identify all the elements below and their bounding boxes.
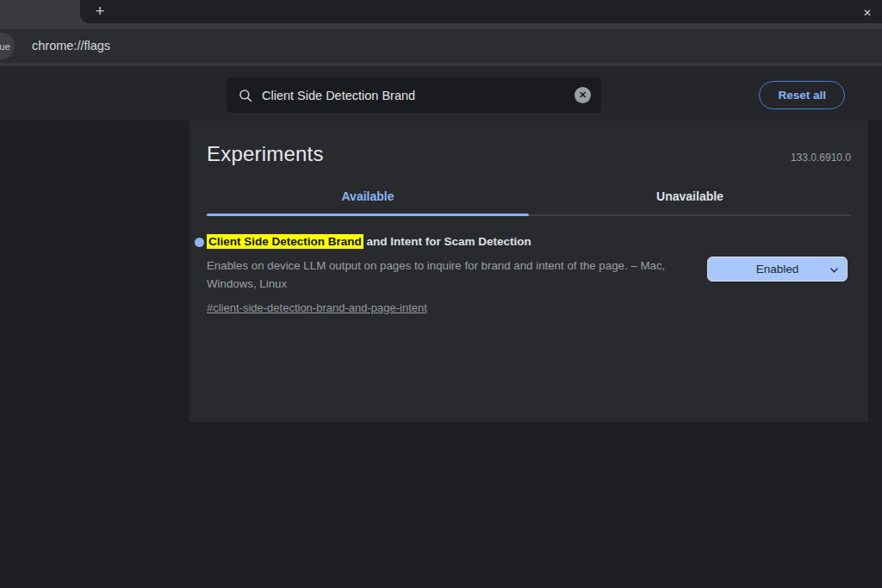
active-tab[interactable] xyxy=(0,0,80,29)
clear-search-icon[interactable]: ✕ xyxy=(575,87,591,103)
tab-strip: ✕ + xyxy=(0,0,882,29)
flag-title-rest: and Intent for Scam Detection xyxy=(363,235,531,248)
site-badge[interactable]: ue xyxy=(0,33,15,59)
toolbar: ue chrome://flags xyxy=(0,29,882,66)
tab-close-icon[interactable]: ✕ xyxy=(860,5,875,21)
search-input-value[interactable]: Client Side Detection Brand xyxy=(262,89,575,102)
chevron-down-icon xyxy=(829,264,840,275)
browser-window: ✕ + ue chrome://flags Client Side Detect… xyxy=(0,0,882,588)
search-icon xyxy=(238,88,253,103)
flag-entry: Client Side Detection Brand and Intent f… xyxy=(207,235,851,315)
page-title: Experiments xyxy=(207,142,324,166)
flag-title: Client Side Detection Brand and Intent f… xyxy=(207,235,851,250)
address-bar[interactable]: chrome://flags xyxy=(32,29,110,63)
flags-page-header: Client Side Detection Brand ✕ Reset all xyxy=(0,66,882,121)
flag-bullet-dot xyxy=(195,238,204,247)
tab-unavailable[interactable]: Unavailable xyxy=(529,189,851,214)
flag-state-select[interactable]: Enabled xyxy=(707,257,848,282)
flag-permalink[interactable]: #client-side-detection-brand-and-page-in… xyxy=(207,301,427,314)
experiments-tabs: Available Unavailable xyxy=(207,189,851,216)
reset-all-button[interactable]: Reset all xyxy=(759,81,845,109)
experiments-panel: Experiments 133.0.6910.0 Available Unava… xyxy=(189,121,868,422)
new-tab-button[interactable]: + xyxy=(90,1,110,22)
flags-search-box[interactable]: Client Side Detection Brand ✕ xyxy=(227,77,601,113)
flag-state-value: Enabled xyxy=(756,263,799,275)
chrome-version: 133.0.6910.0 xyxy=(791,152,851,164)
flag-description: Enables on device LLM output on pages to… xyxy=(207,257,699,294)
panel-header: Experiments 133.0.6910.0 xyxy=(207,121,851,166)
flag-title-highlight: Client Side Detection Brand xyxy=(207,234,363,249)
tab-available[interactable]: Available xyxy=(207,189,529,214)
tab-strip-background xyxy=(80,0,882,23)
